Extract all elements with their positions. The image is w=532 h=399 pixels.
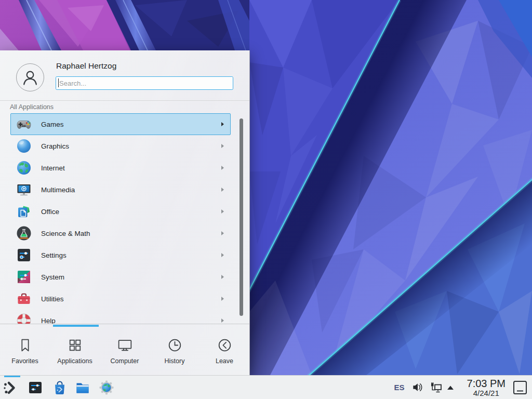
scrollbar[interactable] <box>240 118 243 316</box>
category-settings[interactable]: Settings <box>10 244 231 266</box>
graphics-icon <box>16 138 32 154</box>
office-icon <box>16 203 32 220</box>
launcher-active-indicator <box>4 376 20 377</box>
favorites-icon <box>17 337 34 354</box>
applications-icon <box>66 337 84 354</box>
user-name: Raphael Hertzog <box>56 61 116 71</box>
system-settings-icon <box>28 380 43 395</box>
taskbar: ES <box>0 375 532 399</box>
submenu-arrow-icon <box>221 318 224 323</box>
kickoff-launcher-button[interactable] <box>2 380 18 395</box>
dolphin-launcher-button[interactable] <box>75 380 90 395</box>
category-system[interactable]: System <box>10 266 231 288</box>
history-icon <box>166 337 183 354</box>
submenu-arrow-icon <box>221 231 224 235</box>
category-label: Office <box>41 208 59 216</box>
category-help[interactable]: Help <box>10 310 231 324</box>
category-label: Settings <box>41 251 66 259</box>
multimedia-icon <box>16 181 32 198</box>
utilities-icon <box>16 290 32 307</box>
category-office[interactable]: Office <box>10 201 231 222</box>
category-label: Science & Math <box>41 230 90 237</box>
browser-launcher-button[interactable] <box>99 380 114 395</box>
submenu-arrow-icon <box>221 166 224 170</box>
submenu-arrow-icon <box>221 297 224 301</box>
category-utilities[interactable]: Utilities <box>10 288 231 310</box>
category-label: Graphics <box>41 142 69 150</box>
kickoff-menu: Raphael Hertzog All Applications Games <box>0 50 250 375</box>
category-label: Games <box>41 121 64 128</box>
system-settings-launcher-button[interactable] <box>28 380 43 395</box>
user-avatar[interactable] <box>16 63 44 91</box>
network-tray-button[interactable] <box>430 381 442 394</box>
text-cursor <box>58 78 59 87</box>
submenu-arrow-icon <box>221 144 224 148</box>
category-label: Help <box>41 317 56 324</box>
globe-gear-icon <box>99 380 114 395</box>
user-icon <box>19 66 42 89</box>
category-label: Multimedia <box>41 186 75 194</box>
submenu-arrow-icon <box>221 253 224 257</box>
network-wired-icon <box>430 381 442 394</box>
clock-date: 4/24/21 <box>467 389 506 397</box>
digital-clock[interactable]: 7:03 PM 4/24/21 <box>467 378 506 397</box>
tab-label: Applications <box>57 357 92 365</box>
tab-label: Computer <box>111 357 139 365</box>
expand-arrow-icon <box>447 385 454 390</box>
category-label: Utilities <box>41 295 64 303</box>
tabbar-separator <box>0 324 249 324</box>
tab-label: Leave <box>216 357 233 365</box>
category-science-math[interactable]: Science & Math <box>10 222 231 244</box>
games-icon <box>16 116 32 132</box>
tab-applications[interactable]: Applications <box>50 326 100 375</box>
system-tray: ES <box>394 376 532 399</box>
submenu-arrow-icon <box>221 122 224 126</box>
system-icon <box>16 269 32 285</box>
category-internet[interactable]: Internet <box>10 157 231 179</box>
desktop: Raphael Hertzog All Applications Games <box>0 0 532 399</box>
computer-icon <box>116 337 134 354</box>
show-desktop-icon <box>513 380 527 395</box>
tab-label: History <box>165 357 185 365</box>
category-graphics[interactable]: Graphics <box>10 135 231 157</box>
tab-history[interactable]: History <box>150 326 200 375</box>
settings-icon <box>16 247 32 263</box>
show-desktop-button[interactable] <box>513 380 527 395</box>
tab-label: Favorites <box>11 357 38 365</box>
keyboard-layout-indicator[interactable]: ES <box>394 383 405 392</box>
tab-favorites[interactable]: Favorites <box>0 326 50 375</box>
internet-icon <box>16 159 32 176</box>
help-icon <box>16 312 32 324</box>
header-separator <box>0 100 249 101</box>
section-label: All Applications <box>10 103 54 111</box>
category-list: Games Graphics <box>0 113 249 324</box>
search-input[interactable] <box>56 76 233 90</box>
leave-icon <box>216 337 233 354</box>
category-games[interactable]: Games <box>10 113 231 135</box>
submenu-arrow-icon <box>221 209 224 214</box>
kickoff-icon <box>2 380 18 395</box>
science-icon <box>16 225 32 242</box>
category-label: System <box>41 273 64 281</box>
volume-icon <box>411 381 423 393</box>
submenu-arrow-icon <box>221 275 224 279</box>
discover-icon <box>52 380 68 395</box>
discover-launcher-button[interactable] <box>52 380 68 395</box>
category-multimedia[interactable]: Multimedia <box>10 179 231 201</box>
category-label: Internet <box>41 164 65 172</box>
tab-computer[interactable]: Computer <box>100 326 150 375</box>
submenu-arrow-icon <box>221 188 224 192</box>
tray-expand-button[interactable] <box>447 385 454 390</box>
clock-time: 7:03 PM <box>467 378 506 389</box>
volume-tray-button[interactable] <box>411 381 423 393</box>
tab-bar: Favorites Applications Computer <box>0 326 249 375</box>
dolphin-folder-icon <box>75 380 90 395</box>
tab-leave[interactable]: Leave <box>200 326 249 375</box>
